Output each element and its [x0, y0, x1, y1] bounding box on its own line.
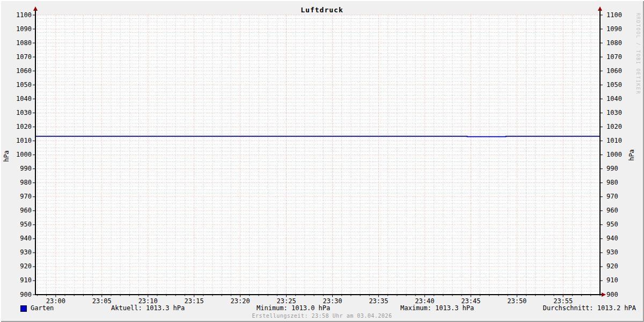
y-axis-tick-label-left: 990 [8, 165, 32, 172]
y-axis-tick-label-right: 900 [606, 291, 630, 298]
stat-durchschnitt: Durchschnitt: 1013.2 hPA [543, 304, 636, 312]
y-axis-tick-label-right: 930 [606, 249, 630, 256]
y-axis-tick-label-left: 1020 [8, 123, 32, 130]
y-axis-tick-label-right: 1060 [606, 68, 630, 75]
y-axis-tick-label-left: 1010 [8, 137, 32, 144]
y-axis-tick-label-right: 1040 [606, 96, 630, 103]
y-axis-tick-label-left: 970 [8, 193, 32, 200]
y-axis-tick-label-left: 980 [8, 179, 32, 186]
stat-aktuell: Aktuell: 1013.3 hPa [111, 304, 185, 312]
creation-timestamp: Erstellungszeit: 23:58 Uhr am 03.04.2026 [0, 313, 644, 319]
chart-canvas [0, 0, 644, 322]
y-axis-tick-label-right: 990 [606, 165, 630, 172]
y-axis-tick-label-right: 910 [606, 277, 630, 284]
series-name-label: Garten [31, 304, 54, 312]
stat-minimum: Minimum: 1013.0 hPa [257, 304, 330, 312]
y-axis-tick-label-right: 1000 [606, 151, 630, 158]
y-axis-tick-label-left: 950 [8, 221, 32, 228]
y-axis-tick-label-right: 960 [606, 207, 630, 214]
y-axis-tick-label-left: 940 [8, 235, 32, 242]
x-axis-tick-label: 23:15 [182, 298, 206, 305]
x-axis-tick-label: 23:05 [90, 298, 114, 305]
y-axis-tick-label-right: 940 [606, 235, 630, 242]
y-axis-tick-label-right: 1080 [606, 40, 630, 47]
y-axis-tick-label-left: 900 [8, 291, 32, 298]
y-axis-tick-label-right: 920 [606, 263, 630, 270]
y-axis-tick-label-left: 930 [8, 249, 32, 256]
y-axis-tick-label-left: 910 [8, 277, 32, 284]
y-axis-tick-label-right: 970 [606, 193, 630, 200]
y-axis-tick-label-right: 950 [606, 221, 630, 228]
y-axis-tick-label-left: 920 [8, 263, 32, 270]
rrdtool-watermark: RRDTOOL / TOBI OETIKER [635, 5, 641, 102]
x-axis-tick-label: 23:35 [367, 298, 390, 305]
y-axis-tick-label-right: 1090 [606, 26, 630, 33]
x-axis-tick-label: 23:50 [505, 298, 529, 305]
y-axis-tick-label-right: 1030 [606, 109, 630, 116]
y-axis-tick-label-right: 1070 [606, 54, 630, 61]
y-axis-tick-label-right: 980 [606, 179, 630, 186]
y-axis-tick-label-right: 1020 [606, 123, 630, 130]
y-axis-tick-label-left: 960 [8, 207, 32, 214]
y-axis-tick-label-left: 1060 [8, 68, 32, 75]
y-axis-tick-label-right: 1010 [606, 137, 630, 144]
y-axis-label-left: hPa [3, 145, 10, 167]
chart-title: Luftdruck [0, 6, 644, 14]
x-axis-tick-label: 23:20 [229, 298, 252, 305]
series-color-swatch [20, 305, 27, 312]
y-axis-tick-label-left: 1000 [8, 151, 32, 158]
y-axis-tick-label-left: 1030 [8, 109, 32, 116]
y-axis-tick-label-left: 1040 [8, 96, 32, 103]
stat-maximum: Maximum: 1013.3 hPa [400, 304, 474, 312]
y-axis-tick-label-left: 1080 [8, 40, 32, 47]
rrdtool-graph: 9009009109109209209309309409409509509609… [0, 0, 644, 322]
y-axis-tick-label-right: 1050 [606, 82, 630, 89]
y-axis-tick-label-left: 1090 [8, 26, 32, 33]
y-axis-tick-label-left: 1070 [8, 54, 32, 61]
y-axis-label-right: hPa [628, 144, 635, 166]
y-axis-tick-label-left: 1050 [8, 82, 32, 89]
